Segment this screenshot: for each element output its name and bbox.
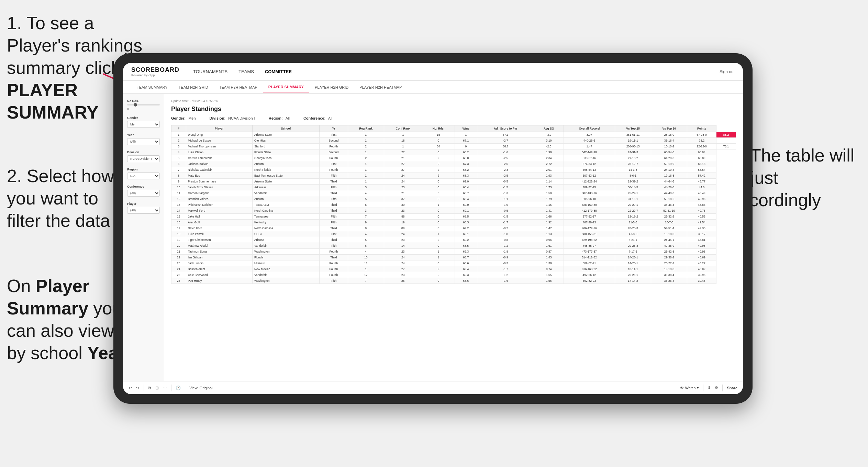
- update-time: Update time: 27/03/2024 16:56:26: [171, 99, 736, 103]
- table-row: 19Tiger ChristensenArizonaThird523269.2-…: [171, 237, 736, 243]
- col-avg-sg: Avg SG: [534, 125, 564, 132]
- year-select[interactable]: (All): [127, 138, 160, 145]
- undo-button[interactable]: ↩: [129, 386, 132, 390]
- watch-button[interactable]: 👁 Watch ▾: [680, 386, 699, 390]
- nav-committee[interactable]: COMMITTEE: [265, 68, 292, 76]
- table-row: 26Petr HrubyWashingtonFifth725068.6-1.61…: [171, 278, 736, 284]
- division-section: Division NCAA Division I: [127, 151, 160, 162]
- region-label: Region: [127, 168, 160, 171]
- region-select[interactable]: N/A: [127, 173, 160, 179]
- table-row: 20Matthew RiedelVanderbiltFifth614068.5-…: [171, 243, 736, 249]
- conference-select[interactable]: (All): [127, 190, 160, 197]
- paste-button[interactable]: ⊞: [155, 386, 159, 390]
- sub-nav-player-h2h-heatmap[interactable]: PLAYER H2H HEATMAP: [354, 82, 407, 92]
- toolbar-right: 👁 Watch ▾ ⬇ ⚙ Share: [680, 385, 737, 391]
- col-school: School: [252, 125, 319, 132]
- gender-select[interactable]: Men: [127, 121, 160, 128]
- table-row: 22Ian GilliganFloridaThird1024168.7-0.91…: [171, 255, 736, 260]
- table-row: 16Alex GoffKentuckyFifth919068.3-1.71.92…: [171, 220, 736, 225]
- toolbar-separator-4: [703, 385, 703, 391]
- section-title: Player Standings: [171, 105, 736, 113]
- player-standings-table: # Player School Yr Reg Rank Conf Rank No…: [171, 125, 736, 284]
- main-content: No Rds. 0 Gender Men Year (All): [123, 94, 743, 381]
- col-vs-top25: Vs Top 25: [615, 125, 651, 132]
- copy-button[interactable]: ⧉: [148, 386, 151, 390]
- settings-button[interactable]: ⚙: [715, 386, 718, 390]
- table-row: 21Taehoon SongWashingtonFourth423169.3-1…: [171, 249, 736, 255]
- gender-section: Gender Men: [127, 116, 160, 128]
- division-label: Division: [127, 151, 160, 154]
- col-points: Points: [687, 125, 716, 132]
- logo-sub: Powered by clippi: [131, 74, 179, 77]
- gender-label: Gender: [127, 116, 160, 120]
- table-row: 9Preston SummerhaysArizona StateThird124…: [171, 179, 736, 185]
- table-row: 17David FordNorth CarolinaThird089069.2-…: [171, 225, 736, 231]
- player-select[interactable]: (All): [127, 207, 160, 214]
- toolbar-separator-2: [171, 385, 171, 391]
- toolbar-separator-1: [144, 385, 144, 391]
- table-row: 25Cole SherwoodVanderbiltFourth1223069.3…: [171, 272, 736, 278]
- division-select[interactable]: NCAA Division I: [127, 155, 160, 162]
- region-section: Region N/A: [127, 168, 160, 179]
- col-no-rds: No. Rds.: [422, 125, 455, 132]
- table-row: 6Jackson KoivunAuburnFirst127067.3-2.62.…: [171, 161, 736, 167]
- left-sidebar: No Rds. 0 Gender Men Year (All): [123, 94, 164, 381]
- col-yr: Yr: [319, 125, 348, 132]
- table-row: 5Christo LamprechtGeorgia TechFourth2212…: [171, 155, 736, 161]
- table-row: 2Michael Le SassoOle MissSecond118067.1-…: [171, 138, 736, 144]
- clock-button[interactable]: 🕐: [176, 386, 181, 390]
- table-row: 23Jack LundinMissouriFourth1124068.6-0.3…: [171, 260, 736, 266]
- table-body: 1Wenyi DingArizona StateFirst1115167.1-3…: [171, 132, 736, 284]
- redo-button[interactable]: ↪: [136, 386, 140, 390]
- table-row: 15Jake HallTennesseeFifth788068.5-1.51.6…: [171, 214, 736, 220]
- bottom-toolbar: ↩ ↪ ⧉ ⊞ ⋯ 🕐 View: Original 👁 Watch ▾ ⬇ ⚙…: [123, 381, 743, 394]
- sub-nav-player-h2h-grid[interactable]: PLAYER H2H GRID: [309, 82, 354, 92]
- export-button[interactable]: ⬇: [708, 386, 711, 390]
- filter-division: Division: NCAA Division I: [210, 116, 255, 120]
- table-header-row: # Player School Yr Reg Rank Conf Rank No…: [171, 125, 736, 132]
- col-player: Player: [186, 125, 252, 132]
- table-row: 18Luke PowellUCLAFirst424169.1-1.81.1350…: [171, 231, 736, 237]
- col-overall-record: Overall Record: [564, 125, 615, 132]
- table-row: 8Mats EgeEast Tennessee StateFifth124268…: [171, 173, 736, 179]
- year-label: Year: [127, 133, 160, 137]
- player-section: Player (All): [127, 202, 160, 214]
- table-row: 3Michael ThorbjornsenStanfordFourth21340…: [171, 144, 736, 149]
- nav-tournaments[interactable]: TOURNAMENTS: [193, 68, 227, 76]
- conference-section: Conference (All): [127, 185, 160, 197]
- sub-nav-player-summary[interactable]: PLAYER SUMMARY: [263, 82, 309, 92]
- sub-nav-team-summary[interactable]: TEAM SUMMARY: [131, 82, 173, 92]
- col-adj-score: Adj. Score to Par: [477, 125, 534, 132]
- year-section: Year (All): [127, 133, 160, 145]
- table-row: 13Phichaksn MaichonTexas A&MThird630169.…: [171, 202, 736, 208]
- player-label: Player: [127, 202, 160, 205]
- col-conf-rank: Conf Rank: [384, 125, 422, 132]
- sign-out-link[interactable]: Sign out: [720, 69, 735, 74]
- tablet-screen: SCOREBOARD Powered by clippi TOURNAMENTS…: [123, 63, 743, 394]
- share-button[interactable]: Share: [727, 386, 737, 390]
- table-row: 11Gordon SargentVanderbiltThird421068.7-…: [171, 190, 736, 196]
- toolbar-separator-3: [185, 385, 185, 391]
- col-reg-rank: Reg Rank: [348, 125, 384, 132]
- sub-nav-team-h2h-grid[interactable]: TEAM H2H GRID: [173, 82, 214, 92]
- no-rds-slider-thumb: [134, 103, 137, 107]
- filter-gender: Gender: Men: [171, 116, 196, 120]
- no-rds-note: 0: [127, 107, 129, 111]
- no-rds-label: No Rds.: [127, 99, 160, 103]
- nav-teams[interactable]: TEAMS: [238, 68, 254, 76]
- nav-items: TOURNAMENTS TEAMS COMMITTEE: [193, 68, 720, 76]
- col-vs-top50: Vs Top 50: [651, 125, 687, 132]
- toolbar-separator-5: [722, 385, 723, 391]
- col-wins: Wins: [455, 125, 477, 132]
- sub-nav-team-h2h-heatmap[interactable]: TEAM H2H HEATMAP: [214, 82, 263, 92]
- logo-area: SCOREBOARD Powered by clippi: [131, 66, 179, 77]
- sub-nav: TEAM SUMMARY TEAM H2H GRID TEAM H2H HEAT…: [123, 81, 743, 94]
- no-rds-slider[interactable]: [127, 104, 160, 105]
- more-button[interactable]: ⋯: [163, 386, 167, 390]
- table-row: 4Luke ClatonFlorida StateSecond127068.2-…: [171, 149, 736, 155]
- table-row: 24Bastien AmatNew MexicoFourth127269.4-1…: [171, 266, 736, 272]
- table-row: 14Maxwell FordNorth CarolinaThird323069.…: [171, 208, 736, 214]
- no-rds-section: No Rds. 0: [127, 99, 160, 111]
- table-row: 7Nicholas GabrelcikNorth FloridaFourth12…: [171, 167, 736, 173]
- logo-text: SCOREBOARD: [131, 66, 179, 74]
